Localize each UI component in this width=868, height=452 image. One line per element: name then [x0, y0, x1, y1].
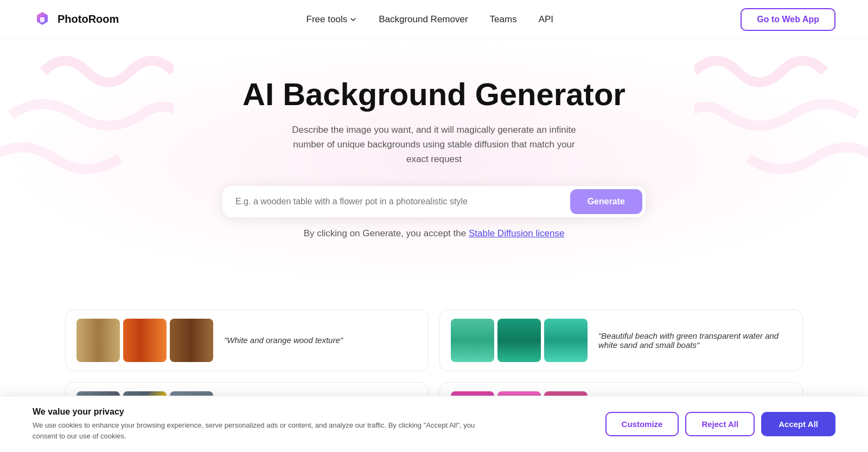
- logo[interactable]: PhotoRoom: [33, 10, 119, 29]
- license-note: By clicking on Generate, you accept the …: [282, 226, 586, 241]
- customize-button[interactable]: Customize: [605, 412, 679, 436]
- beach-image-1: [451, 319, 494, 362]
- wood-image-1: [76, 319, 120, 362]
- go-to-web-app-button[interactable]: Go to Web App: [741, 8, 835, 31]
- beach-image-2: [497, 319, 541, 362]
- hero-description: Describe the image you want, and it will…: [282, 122, 586, 167]
- card-images-wood: [76, 319, 213, 362]
- hero-section: AI Background Generator Describe the ima…: [0, 39, 868, 288]
- cookie-text-section: We value your privacy We use cookies to …: [33, 407, 477, 441]
- cookie-body: We use cookies to enhance your browsing …: [33, 420, 477, 441]
- card-label-wood: "White and orange wood texture": [224, 335, 343, 345]
- wood-image-3: [170, 319, 213, 362]
- accept-all-button[interactable]: Accept All: [761, 412, 835, 436]
- wood-image-2: [123, 319, 167, 362]
- nav-api[interactable]: API: [539, 14, 553, 25]
- card-label-beach: "Beautiful beach with green transparent …: [598, 331, 792, 350]
- card-images-beach: [451, 319, 588, 362]
- logo-text: PhotoRoom: [58, 13, 119, 25]
- nav-free-tools[interactable]: Free tools: [307, 14, 358, 25]
- nav-background-remover[interactable]: Background Remover: [379, 14, 468, 25]
- logo-icon: [33, 10, 52, 29]
- prompt-input-container: Generate: [222, 186, 646, 217]
- example-card-beach: "Beautiful beach with green transparent …: [439, 309, 803, 371]
- navbar: PhotoRoom Free tools Background Remover …: [0, 0, 868, 39]
- stable-diffusion-link[interactable]: Stable Diffusion license: [469, 228, 564, 238]
- cookie-buttons: Customize Reject All Accept All: [605, 412, 835, 436]
- reject-all-button[interactable]: Reject All: [685, 412, 755, 436]
- example-card-wood: "White and orange wood texture": [65, 309, 429, 371]
- cookie-title: We value your privacy: [33, 407, 477, 417]
- cookie-banner: We value your privacy We use cookies to …: [0, 396, 868, 452]
- nav-teams[interactable]: Teams: [490, 14, 517, 25]
- page-title: AI Background Generator: [11, 77, 857, 112]
- beach-image-3: [544, 319, 588, 362]
- nav-links: Free tools Background Remover Teams API: [307, 14, 554, 25]
- chevron-down-icon: [349, 16, 357, 23]
- generate-button[interactable]: Generate: [570, 189, 642, 214]
- prompt-input[interactable]: [235, 197, 570, 206]
